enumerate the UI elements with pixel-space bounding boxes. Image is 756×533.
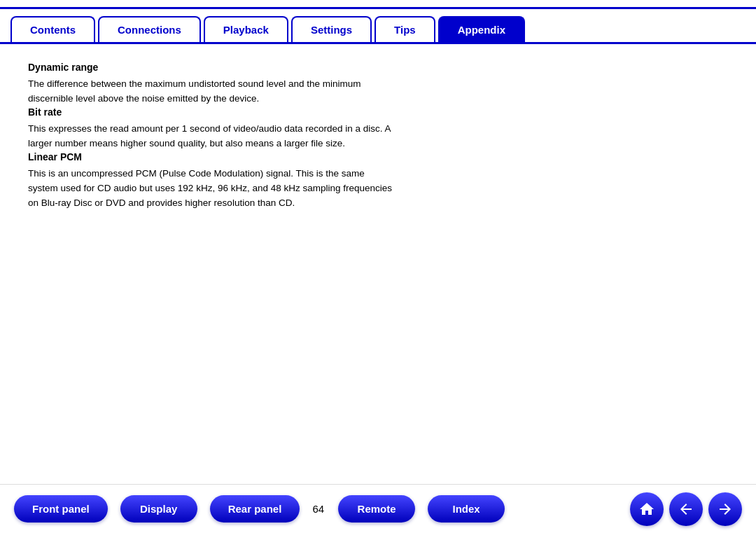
front-panel-button[interactable]: Front panel [14, 495, 108, 522]
rear-panel-button[interactable]: Rear panel [210, 495, 300, 522]
section-text-linear-pcm: This is an uncompressed PCM (Pulse Code … [28, 167, 392, 211]
section-text-bit-rate: This expresses the read amount per 1 sec… [28, 122, 392, 151]
main-content: Dynamic range The difference between the… [0, 44, 420, 533]
tab-tips[interactable]: Tips [374, 16, 435, 42]
section-linear-pcm: Linear PCM This is an uncompressed PCM (… [28, 151, 392, 211]
tabs-container: Contents Connections Playback Settings T… [0, 9, 756, 44]
index-button[interactable]: Index [428, 495, 505, 522]
forward-button[interactable] [708, 492, 742, 526]
tab-connections[interactable]: Connections [98, 16, 201, 42]
tab-contents[interactable]: Contents [10, 16, 95, 42]
remote-button[interactable]: Remote [338, 495, 415, 522]
icon-buttons-group [626, 492, 742, 526]
home-button[interactable] [630, 492, 664, 526]
tab-playback[interactable]: Playback [204, 16, 288, 42]
display-button[interactable]: Display [120, 495, 197, 522]
section-title-dynamic-range: Dynamic range [28, 62, 392, 73]
section-title-linear-pcm: Linear PCM [28, 151, 392, 162]
page-number: 64 [312, 503, 324, 515]
section-text-dynamic-range: The difference between the maximum undis… [28, 77, 392, 106]
top-navigation [0, 0, 756, 9]
section-bit-rate: Bit rate This expresses the read amount … [28, 106, 392, 151]
tab-settings[interactable]: Settings [291, 16, 372, 42]
back-button[interactable] [669, 492, 703, 526]
section-title-bit-rate: Bit rate [28, 106, 392, 118]
tab-appendix[interactable]: Appendix [438, 16, 525, 42]
bottom-navigation: Front panel Display Rear panel 64 Remote… [0, 484, 756, 533]
section-dynamic-range: Dynamic range The difference between the… [28, 62, 392, 106]
